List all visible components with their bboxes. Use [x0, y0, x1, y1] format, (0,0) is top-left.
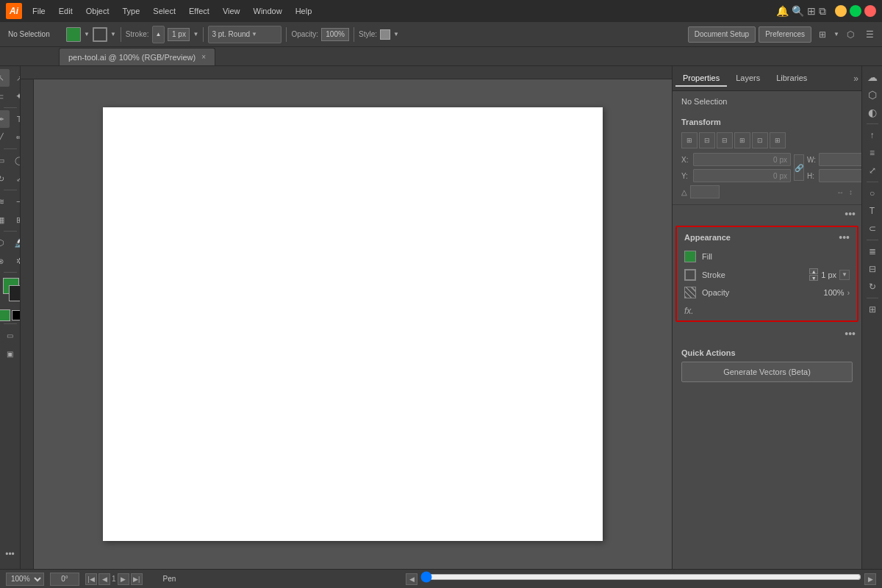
more-options-dots[interactable]: ••• [673, 205, 861, 223]
type-icon[interactable]: T [864, 203, 881, 219]
scale-tool[interactable]: ⤢ [10, 170, 21, 187]
opacity-arrow[interactable]: › [847, 289, 850, 297]
symbol-tool[interactable]: ✲ [10, 252, 21, 270]
background-color[interactable] [9, 285, 21, 301]
stroke-up-btn[interactable]: ▲ [809, 268, 818, 274]
cloud-icon[interactable]: ☁ [864, 69, 881, 85]
flip-h-icon[interactable]: ↔ [836, 188, 844, 196]
ellipsis-icon[interactable]: ••• [845, 208, 856, 220]
pencil-tool[interactable]: ✏ [10, 129, 21, 146]
style-color-swatch[interactable] [380, 29, 390, 40]
opacity-input[interactable] [321, 28, 349, 41]
tab-close-button[interactable]: × [201, 53, 206, 61]
canvas-content[interactable] [34, 79, 672, 569]
preferences-button[interactable]: Preferences [759, 26, 811, 43]
x-input[interactable] [693, 153, 791, 166]
minimize-button[interactable] [835, 5, 847, 17]
menu-effect[interactable]: Effect [183, 5, 215, 17]
eyedropper-tool[interactable]: 🔬 [10, 234, 21, 251]
selection-tool[interactable]: ↖ [0, 69, 10, 87]
path-icon[interactable]: ⊂ [864, 220, 881, 237]
prev-page-btn[interactable]: ◀ [98, 573, 110, 585]
align-top-btn[interactable]: ⊞ [734, 132, 750, 148]
stroke-style-dropdown[interactable]: 3 pt. Round ▼ [208, 26, 282, 43]
link-dimensions-btn[interactable]: 🔗 [794, 154, 804, 181]
width-tool[interactable]: ⤙ [10, 193, 21, 210]
scroll-bar[interactable] [420, 573, 861, 581]
arrange-dropdown[interactable]: ▼ [833, 31, 839, 37]
lasso-tool[interactable]: ⊂ [0, 87, 10, 105]
stroke-color-swatch[interactable] [93, 27, 107, 42]
rotate-icon-fr[interactable]: ↻ [864, 279, 881, 295]
pen-tool[interactable]: ✒ [0, 110, 10, 128]
layers-icon[interactable]: ≡ [864, 145, 881, 161]
appearance-more-dots[interactable]: ••• [673, 325, 861, 343]
menu-view[interactable]: View [217, 5, 246, 17]
menu-type[interactable]: Type [117, 5, 146, 17]
grid-fr-icon[interactable]: ⊞ [864, 301, 881, 318]
warp-tool[interactable]: ≋ [0, 193, 10, 210]
transform-icon[interactable]: ⤢ [864, 162, 881, 179]
y-input[interactable] [693, 169, 791, 182]
line-tool[interactable]: ╱ [0, 129, 10, 146]
panel-expand-icon[interactable]: » [853, 74, 858, 84]
zoom-select[interactable]: 100% [6, 573, 44, 586]
close-button[interactable] [864, 5, 876, 17]
scroll-right-btn[interactable]: ▶ [864, 573, 876, 585]
last-page-btn[interactable]: ▶| [131, 573, 143, 585]
mesh-tool[interactable]: ⊞ [10, 211, 21, 229]
swap-colors-btn[interactable] [0, 309, 10, 321]
menu-help[interactable]: Help [290, 5, 318, 17]
screen-mode-btn[interactable]: ▣ [1, 345, 19, 362]
distribute-icon[interactable]: ⊟ [864, 261, 881, 277]
tab-properties[interactable]: Properties [675, 71, 727, 87]
stroke-dropdown[interactable]: ▼ [839, 270, 850, 280]
stroke-row[interactable]: Stroke ▲ ▼ 1 px ▼ [677, 265, 857, 284]
fill-dropdown-arrow[interactable]: ▼ [84, 31, 90, 37]
grid-icon[interactable]: ⊞ [807, 5, 816, 17]
default-colors-btn[interactable] [12, 310, 21, 320]
scroll-left-btn[interactable]: ◀ [406, 573, 417, 585]
rotation-input[interactable] [50, 573, 79, 586]
flip-v-icon[interactable]: ↕ [849, 188, 853, 196]
stroke-stepper[interactable]: ▲ [152, 26, 165, 43]
artboard[interactable] [103, 107, 603, 541]
tab-layers[interactable]: Layers [728, 71, 767, 87]
share-icon[interactable]: ⬡ [842, 26, 858, 43]
maximize-button[interactable] [850, 5, 861, 17]
ellipsis-icon-2[interactable]: ••• [845, 328, 856, 340]
align-right-btn[interactable]: ⊟ [717, 132, 733, 148]
responsive-icon[interactable]: ⧉ [819, 5, 826, 18]
stroke-up[interactable]: ▲ [156, 31, 162, 37]
fill-row[interactable]: Fill [677, 248, 857, 265]
angle-input[interactable] [690, 185, 720, 198]
draw-mode-btn[interactable]: ▭ [1, 326, 19, 344]
first-page-btn[interactable]: |◀ [85, 573, 97, 585]
arrange-icon[interactable]: ⊞ [814, 26, 831, 43]
paintbucket-tool[interactable]: ⬡ [0, 234, 10, 251]
stroke-unit-dropdown[interactable]: ▼ [193, 31, 198, 37]
ellipse-tool[interactable]: ◯ [10, 151, 21, 169]
fx-button[interactable]: fx. [684, 306, 694, 316]
menu-object[interactable]: Object [80, 5, 115, 17]
align-icon[interactable]: ≣ [864, 243, 881, 259]
search-icon[interactable]: 🔍 [792, 5, 804, 17]
style-dropdown-arrow[interactable]: ▼ [393, 31, 399, 37]
menu-icon[interactable]: ☰ [861, 26, 878, 43]
magic-wand-tool[interactable]: ✦ [10, 87, 21, 105]
next-page-btn[interactable]: ▶ [118, 573, 129, 585]
stroke-value-input[interactable] [168, 28, 190, 41]
color-icon[interactable]: ◐ [864, 104, 881, 121]
generate-vectors-button[interactable]: Generate Vectors (Beta) [681, 362, 853, 382]
rotate-tool[interactable]: ↻ [0, 170, 10, 187]
stroke-down-btn[interactable]: ▼ [809, 275, 818, 281]
direct-selection-tool[interactable]: ↗ [10, 69, 21, 87]
zoom-control[interactable]: 100% [6, 573, 44, 586]
zoom-icon[interactable]: ○ [864, 185, 881, 201]
menu-edit[interactable]: Edit [53, 5, 79, 17]
align-left-btn[interactable]: ⊞ [681, 132, 698, 148]
menu-window[interactable]: Window [248, 5, 288, 17]
rectangle-tool[interactable]: ▭ [0, 151, 10, 169]
column-graph-tool[interactable]: ▦ [0, 211, 10, 229]
export-icon[interactable]: ↑ [864, 127, 881, 143]
